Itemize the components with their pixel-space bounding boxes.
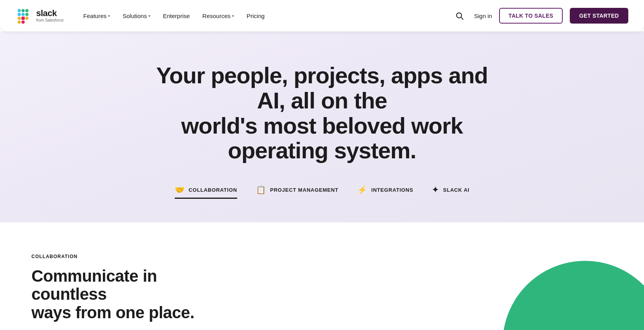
hero-title: Your people, projects, apps and AI, all … bbox=[145, 63, 499, 163]
nav-solutions[interactable]: Solutions ▾ bbox=[117, 9, 156, 22]
decorative-green-circle bbox=[503, 261, 644, 330]
svg-rect-2 bbox=[22, 9, 25, 12]
collaboration-section-heading: Communicate in countless ways from one p… bbox=[31, 267, 220, 322]
collaboration-section-label: COLLABORATION bbox=[31, 254, 613, 259]
svg-rect-3 bbox=[25, 9, 28, 12]
collaboration-icon: 🤝 bbox=[175, 185, 185, 194]
tab-slack-ai[interactable]: ✦ SLACK AI bbox=[432, 182, 469, 199]
svg-rect-10 bbox=[22, 16, 25, 20]
chevron-down-icon: ▾ bbox=[108, 14, 110, 18]
search-icon bbox=[455, 11, 464, 20]
talk-to-sales-button[interactable]: TALK TO SALES bbox=[499, 8, 563, 24]
nav-right-actions: Sign in TALK TO SALES GET STARTED bbox=[452, 8, 628, 24]
svg-rect-7 bbox=[22, 20, 25, 24]
slack-logo[interactable]: slack from Salesforce bbox=[16, 7, 64, 24]
nav-enterprise[interactable]: Enterprise bbox=[157, 9, 195, 22]
main-navigation: slack from Salesforce Features ▾ Solutio… bbox=[0, 0, 644, 31]
svg-rect-1 bbox=[18, 13, 21, 16]
nav-resources[interactable]: Resources ▾ bbox=[197, 9, 240, 22]
hero-section: Your people, projects, apps and AI, all … bbox=[0, 31, 644, 222]
tab-collaboration[interactable]: 🤝 COLLABORATION bbox=[175, 182, 237, 199]
logo-from-salesforce: from Salesforce bbox=[36, 18, 64, 22]
svg-rect-11 bbox=[25, 16, 28, 20]
slack-ai-icon: ✦ bbox=[432, 185, 439, 194]
tab-integrations[interactable]: ⚡ INTEGRATIONS bbox=[357, 182, 413, 199]
nav-links-group: Features ▾ Solutions ▾ Enterprise Resour… bbox=[78, 9, 452, 22]
nav-features[interactable]: Features ▾ bbox=[78, 9, 115, 22]
svg-rect-5 bbox=[18, 20, 21, 24]
chevron-down-icon: ▾ bbox=[148, 14, 150, 18]
svg-rect-8 bbox=[22, 13, 25, 16]
svg-line-13 bbox=[461, 17, 463, 19]
nav-pricing[interactable]: Pricing bbox=[241, 9, 270, 22]
svg-rect-0 bbox=[18, 9, 21, 12]
project-management-icon: 📋 bbox=[256, 185, 266, 194]
collaboration-content-section: COLLABORATION Communicate in countless w… bbox=[0, 222, 644, 330]
feature-tabs: 🤝 COLLABORATION 📋 PROJECT MANAGEMENT ⚡ I… bbox=[16, 182, 628, 199]
svg-rect-9 bbox=[25, 13, 28, 16]
sign-in-link[interactable]: Sign in bbox=[474, 13, 492, 19]
search-button[interactable] bbox=[452, 8, 467, 23]
logo-brand-name: slack bbox=[36, 9, 64, 18]
integrations-icon: ⚡ bbox=[357, 185, 368, 194]
svg-rect-4 bbox=[18, 16, 21, 20]
get-started-button[interactable]: GET STARTED bbox=[570, 8, 628, 24]
chevron-down-icon: ▾ bbox=[232, 14, 234, 18]
tab-project-management[interactable]: 📋 PROJECT MANAGEMENT bbox=[256, 182, 338, 199]
